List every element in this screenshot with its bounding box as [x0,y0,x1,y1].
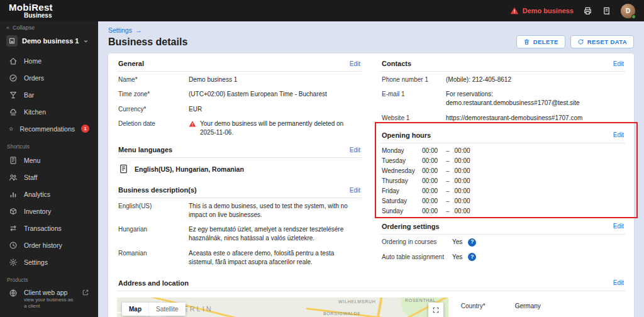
menu-languages-title: Menu languages [118,146,172,153]
topbar-actions: Demo business D [510,4,635,18]
opening-hours-edit-link[interactable]: Edit [613,131,624,138]
sidebar-item-settings[interactable]: Settings [0,253,98,270]
contact-row-email: E-mail 1 For reservations: demo.restaura… [380,87,625,111]
main-content: Settings → Business details DELETE RESET… [98,21,644,317]
app-logo[interactable]: MobiRest Business [9,3,53,19]
sidebar-section-shortcuts: Shortcuts [0,137,98,152]
sidebar-item-analytics[interactable]: Analytics [0,186,98,203]
chef-hat-icon [9,108,18,116]
cocktail-icon [9,91,18,99]
reset-data-button[interactable]: RESET DATA [570,35,634,48]
description-row-romanian: Romanian Aceasta este o afacere demo, fo… [117,245,362,269]
breadcrumb-settings-link[interactable]: Settings [108,26,132,34]
ordering-settings-section-header: Ordering settings Edit [380,216,625,235]
field-row-currency: Currency* EUR [117,101,362,116]
menu-languages-value: English(US), Hungarian, Romanian [135,165,244,173]
field-row-deletion-date: Deletion date Your demo business will be… [117,116,362,140]
ordering-in-courses-value: Yes [452,238,462,247]
star-icon [9,125,13,133]
sidebar-item-menu[interactable]: Menu [0,152,98,169]
satellite-button[interactable]: Satellite [148,303,186,316]
sidebar-item-recommendations[interactable]: Recommendations 1 [0,120,98,137]
sidebar-item-kitchen[interactable]: Kitchen [0,103,98,120]
sidebar-item-client-web-app[interactable]: Client web app view your business as a c… [0,285,98,313]
home-icon [9,57,18,65]
contact-row-phone: Phone number 1 (Mobile): 212-405-8612 [380,72,625,87]
ordering-settings-edit-link[interactable]: Edit [613,223,624,230]
bar-chart-icon [9,190,18,199]
sidebar-item-label: Inventory [24,208,51,215]
sidebar-item-label: Transactions [24,225,62,232]
sidebar-item-order-history[interactable]: Order history [0,236,98,253]
map-label: ROSENTHAL [405,298,436,303]
client-web-app-label: Client web app [24,289,74,297]
field-row-county: County* Berlin [460,313,625,317]
address-section-header: Address and location Edit [117,273,625,291]
user-avatar[interactable]: D [621,4,635,18]
opening-hours-row-saturday: Saturday 00:00 – 00:00 [380,196,625,206]
sidebar-item-inventory[interactable]: Inventory [0,203,98,220]
map-label: WILHELMSRUH [338,299,375,304]
sidebar-item-label: Settings [24,259,48,266]
collapse-button[interactable]: « Collapse [0,21,98,32]
map-button[interactable]: Map [122,303,148,316]
sidebar-item-label: Home [24,57,42,65]
descriptions-edit-link[interactable]: Edit [350,187,360,194]
refresh-icon [577,38,584,45]
sidebar-item-staff[interactable]: Staff [0,169,98,186]
delete-button-label: DELETE [533,38,558,45]
breadcrumb[interactable]: Settings → [108,26,187,34]
page-title: Business details [108,36,187,48]
warning-icon [189,120,196,128]
left-column: General Edit Name* Demo business 1 Time … [117,53,362,269]
help-icon[interactable]: ? [468,238,476,247]
sidebar-item-orders[interactable]: Orders [0,69,98,86]
business-selector[interactable]: Demo business 1 [0,32,98,52]
sidebar-section-products: Products [0,270,98,285]
sidebar-item-mobirest-connect[interactable]: MobiRest Connect [0,313,98,317]
collapse-label: Collapse [13,25,35,31]
help-icon[interactable]: ? [468,253,476,261]
sidebar-item-bar[interactable]: Bar [0,86,98,103]
external-link-icon [82,289,89,296]
contact-row-website: Website 1 https://demorestaurant-demobus… [380,110,625,125]
general-edit-link[interactable]: Edit [350,60,360,67]
general-title: General [118,60,144,67]
contacts-edit-link[interactable]: Edit [613,60,624,67]
breadcrumb-arrow: → [135,26,142,34]
storefront-icon [6,35,18,47]
auto-table-assignment-row: Auto table assignment Yes ? [380,249,625,264]
swap-arrows-icon [9,224,18,233]
delete-button[interactable]: DELETE [516,35,565,48]
trash-icon [523,38,530,45]
auto-table-assignment-value: Yes [452,253,462,262]
receipt-icon[interactable] [602,6,611,16]
printer-icon[interactable] [583,6,592,16]
opening-hours-row-wednesday: Wednesday 00:00 – 00:00 [380,166,625,176]
online-status-dot [631,14,636,19]
opening-hours-row-friday: Friday 00:00 – 00:00 [380,186,625,196]
client-web-app-subtitle: view your business as a client [24,297,74,309]
ordering-settings-title: Ordering settings [382,223,440,230]
box-icon [9,207,18,216]
menu-languages-edit-link[interactable]: Edit [350,147,360,153]
map[interactable]: BERLIN WILHELMSRUH ROSENTHAL BORSIGWALDE… [117,298,448,317]
website-link[interactable]: https://demorestaurant-demobusiness#1707… [446,114,624,123]
business-selector-label: Demo business 1 [22,37,79,45]
sidebar-item-transactions[interactable]: Transactions [0,220,98,236]
opening-hours-title: Opening hours [382,131,431,139]
opening-hours-section: Opening hours Edit Monday 00:00 – 00:00 [380,125,625,216]
sidebar-item-home[interactable]: Home [0,52,98,69]
logo-line1: MobiRest [9,3,53,12]
demo-business-alert[interactable]: Demo business [510,6,574,15]
sidebar-item-label: Order history [24,242,62,249]
address-edit-link[interactable]: Edit [613,279,624,286]
sidebar-item-label: Staff [24,174,37,181]
opening-hours-row-sunday: Sunday 00:00 – 00:00 [380,206,625,216]
fullscreen-button[interactable] [428,303,443,317]
description-row-hungarian: Hungarian Ez egy bemutató üzlet, amelyet… [117,222,362,246]
demo-alert-label: Demo business [523,7,574,14]
globe-icon [9,289,18,298]
map-type-control: Map Satellite [122,303,186,316]
contacts-section-header: Contacts Edit [380,53,625,72]
